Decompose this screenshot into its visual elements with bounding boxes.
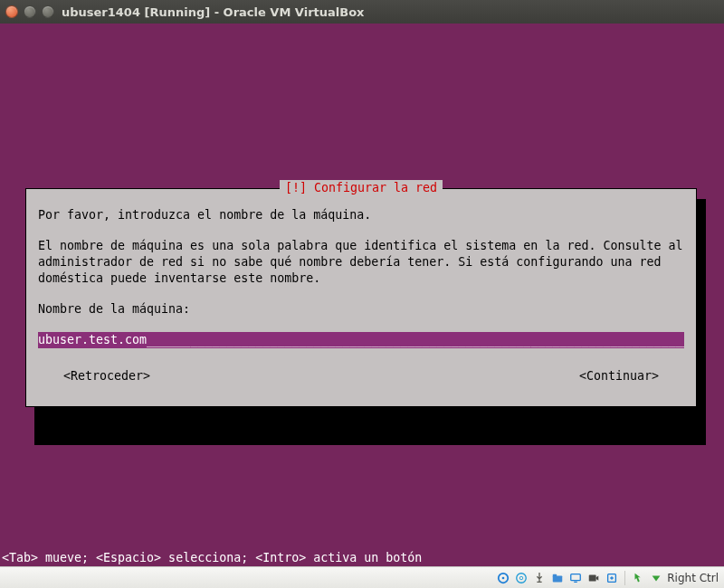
- svg-rect-6: [571, 574, 581, 580]
- window-title: ubuser1404 [Running] - Oracle VM Virtual…: [62, 5, 365, 19]
- network-config-dialog: [!] Configurar la red Por favor, introdu…: [25, 188, 697, 407]
- installer-help-line: <Tab> mueve; <Espacio> selecciona; <Intr…: [2, 551, 422, 564]
- close-icon[interactable]: [5, 5, 18, 18]
- dialog-title: [!] Configurar la red: [280, 180, 443, 196]
- guest-additions-icon[interactable]: [605, 571, 619, 585]
- harddisk-icon[interactable]: [496, 571, 510, 585]
- hostname-input[interactable]: ubuser.test.com_________________________…: [38, 332, 684, 348]
- svg-point-1: [502, 576, 505, 579]
- statusbar-separator: [624, 571, 625, 585]
- display-icon[interactable]: [568, 571, 583, 585]
- window-controls: [5, 5, 54, 18]
- field-label: Nombre de la máquina:: [38, 301, 684, 318]
- optical-disk-icon[interactable]: [514, 571, 529, 585]
- svg-rect-7: [589, 574, 596, 581]
- back-button[interactable]: <Retroceder>: [63, 368, 150, 384]
- hostname-input-value: ubuser.test.com: [38, 332, 147, 348]
- usb-icon[interactable]: [532, 571, 547, 585]
- minimize-icon[interactable]: [24, 5, 36, 18]
- svg-rect-5: [553, 574, 557, 576]
- keyboard-down-icon: [649, 571, 663, 585]
- shared-folders-icon[interactable]: [550, 571, 565, 585]
- continue-button[interactable]: <Continuar>: [579, 368, 659, 384]
- host-key-indicator[interactable]: Right Ctrl: [649, 571, 719, 585]
- svg-point-2: [517, 573, 527, 583]
- svg-point-3: [519, 576, 523, 580]
- dialog-prompt: Por favor, introduzca el nombre de la má…: [38, 207, 684, 223]
- host-key-label: Right Ctrl: [667, 572, 719, 584]
- guest-display[interactable]: [!] Configurar la red Por favor, introdu…: [0, 24, 724, 566]
- mouse-integration-icon[interactable]: [631, 571, 645, 585]
- vm-statusbar: Right Ctrl: [0, 566, 724, 588]
- hostname-input-fill: ________________________________________…: [147, 332, 684, 348]
- svg-rect-4: [553, 575, 563, 582]
- dialog-button-row: <Retroceder> <Continuar>: [38, 368, 684, 384]
- maximize-icon[interactable]: [42, 5, 54, 18]
- dialog-explanation: El nombre de máquina es una sola palabra…: [38, 238, 684, 287]
- video-capture-icon[interactable]: [586, 571, 601, 585]
- window-titlebar: ubuser1404 [Running] - Oracle VM Virtual…: [0, 0, 724, 24]
